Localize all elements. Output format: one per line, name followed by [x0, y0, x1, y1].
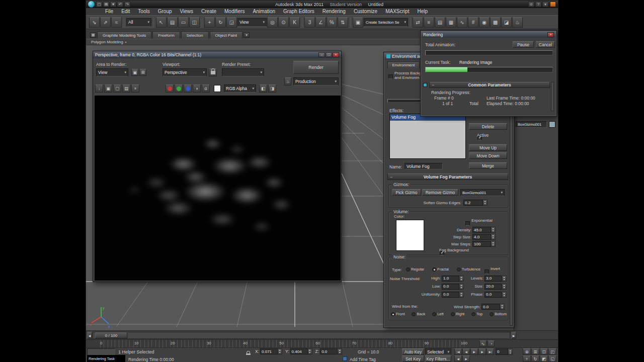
pick-gizmo-button[interactable]: Pick Gizmo: [392, 189, 421, 196]
unlink-selection-icon[interactable]: ⇗: [100, 17, 111, 28]
ribbon-tab[interactable]: Freeform: [152, 31, 180, 39]
slider-left-arrow[interactable]: ◀: [87, 332, 92, 339]
zoom-all-icon[interactable]: ⊞: [531, 348, 539, 355]
menu-item[interactable]: Animation: [249, 8, 279, 15]
help-icon[interactable]: ?: [535, 2, 541, 7]
coordinate-field[interactable]: Y: 0.404: [285, 348, 312, 354]
rendering-dialog-titlebar[interactable]: Rendering ×: [421, 31, 556, 38]
selection-filter-dropdown[interactable]: All: [126, 18, 151, 27]
ribbon-collapse-icon[interactable]: ▾: [244, 32, 250, 38]
select-and-rotate-icon[interactable]: ↻: [215, 17, 226, 28]
noise-field-spinner[interactable]: 0.0: [442, 284, 464, 290]
volume-fog-parameters-rollout[interactable]: Volume Fog Parameters: [387, 173, 508, 180]
use-pivot-point-center-icon[interactable]: ◎: [267, 17, 278, 28]
ribbon-tab[interactable]: Graphite Modeling Tools: [97, 31, 151, 39]
field-of-view-icon[interactable]: ◩: [540, 355, 548, 362]
dropdown-icon[interactable]: ▾: [542, 2, 548, 7]
menu-item[interactable]: Group: [154, 8, 176, 15]
keyboard-shortcut-override-icon[interactable]: K: [289, 17, 300, 28]
object-name-field[interactable]: BoxGizmo001: [516, 121, 547, 128]
align-icon[interactable]: ≡: [424, 17, 434, 28]
gizmo-dropdown[interactable]: BoxGizmo001: [460, 189, 505, 196]
noise-field-spinner[interactable]: 3.0: [485, 276, 507, 282]
zoom-icon[interactable]: ⊕: [523, 348, 531, 355]
soften-gizmo-edges-spinner[interactable]: 0.2: [463, 200, 488, 206]
open-mini-curve-editor-icon[interactable]: ∿: [479, 340, 487, 347]
communication-center-icon[interactable]: [550, 2, 556, 7]
noise-field-spinner[interactable]: 20.0: [485, 284, 507, 290]
rendered-frame-window-icon[interactable]: ◪: [501, 17, 512, 28]
maximize-viewport-icon[interactable]: ◱: [548, 355, 556, 362]
select-by-name-icon[interactable]: ▤: [167, 17, 178, 28]
monochrome-icon[interactable]: ◑: [193, 84, 201, 93]
curve-editor-icon[interactable]: ∿: [457, 17, 467, 28]
snap-toggle-3d-icon[interactable]: 3: [304, 17, 315, 28]
volume-field-spinner[interactable]: 100: [472, 241, 496, 247]
time-configuration-icon[interactable]: ◔: [488, 340, 495, 347]
new-scene-icon[interactable]: ▢: [96, 2, 102, 7]
noise-field-spinner[interactable]: 0.0: [442, 292, 464, 298]
clear-icon[interactable]: ×: [131, 84, 139, 93]
angle-snap-toggle-icon[interactable]: ∠: [315, 17, 326, 28]
remove-gizmo-button[interactable]: Remove Gizmo: [422, 189, 458, 196]
menu-item[interactable]: File: [101, 8, 117, 15]
print-image-icon[interactable]: ▤: [122, 84, 130, 93]
window-crossing-icon[interactable]: ◫: [189, 17, 200, 28]
pan-icon[interactable]: +: [523, 355, 531, 362]
ribbon-tab[interactable]: Selection: [181, 31, 209, 39]
go-to-end-icon[interactable]: ▶|: [487, 348, 494, 355]
minimize-icon[interactable]: –: [318, 52, 325, 57]
previous-key-icon[interactable]: ◀: [454, 355, 462, 362]
time-slider-handle[interactable]: 0 / 100: [95, 332, 127, 338]
add-time-tag[interactable]: Add Time Tag: [350, 357, 376, 362]
save-image-icon[interactable]: ↓: [95, 84, 103, 93]
go-to-start-icon[interactable]: |◀: [454, 348, 462, 355]
rfw-titlebar[interactable]: Perspective, frame 0, RGBA Color 16 Bits…: [93, 51, 341, 58]
render-button[interactable]: Render: [293, 61, 339, 74]
edit-region-icon[interactable]: ▣: [131, 69, 138, 76]
move-down-button[interactable]: Move Down: [469, 152, 507, 159]
object-color-swatch[interactable]: [549, 121, 555, 128]
select-and-manipulate-icon[interactable]: ⊙: [278, 17, 289, 28]
process-environment-checkbox[interactable]: [388, 74, 393, 79]
wind-direction-radio[interactable]: Top: [471, 312, 482, 316]
select-object-icon[interactable]: ↖: [156, 17, 167, 28]
image-layers-icon[interactable]: ◧: [259, 84, 267, 93]
graphite-ribbon-toggle-icon[interactable]: ▦: [446, 17, 456, 28]
close-icon[interactable]: ×: [547, 32, 554, 37]
material-editor-icon[interactable]: ◉: [479, 17, 490, 28]
compare-media-icon[interactable]: ◨: [268, 84, 276, 93]
layer-manager-icon[interactable]: ▤: [435, 17, 445, 28]
search-icon[interactable]: ⊙: [528, 2, 534, 7]
effect-name-field[interactable]: Volume Fog: [405, 163, 443, 169]
key-mode-dropdown[interactable]: Selected: [425, 348, 451, 355]
copy-image-icon[interactable]: ▣: [104, 84, 112, 93]
play-icon[interactable]: ▶: [470, 348, 478, 355]
volume-field-spinner[interactable]: 4.0: [472, 234, 496, 240]
common-parameters-rollout[interactable]: Common Parameters: [429, 82, 550, 88]
menu-item[interactable]: Create: [197, 8, 220, 15]
schematic-view-icon[interactable]: #: [468, 17, 478, 28]
bind-to-space-warp-icon[interactable]: ≈: [111, 17, 122, 28]
select-and-scale-icon[interactable]: ◲: [226, 17, 237, 28]
menu-item[interactable]: Views: [176, 8, 198, 15]
menu-item[interactable]: Modifiers: [220, 8, 249, 15]
menu-item[interactable]: Customize: [350, 8, 381, 15]
next-frame-icon[interactable]: ▶: [478, 348, 486, 355]
orbit-icon[interactable]: ↻: [531, 355, 539, 362]
open-file-icon[interactable]: ▤: [103, 2, 109, 7]
wind-direction-radio[interactable]: Front: [391, 312, 405, 316]
wind-strength-spinner[interactable]: 0.0: [481, 304, 505, 310]
wind-direction-radio[interactable]: Back: [412, 312, 425, 316]
menu-item[interactable]: Help: [413, 8, 432, 15]
merge-button[interactable]: Merge: [469, 162, 507, 169]
menu-item[interactable]: Graph Editors: [279, 8, 318, 15]
named-selection-sets-field[interactable]: Create Selection Se: [364, 18, 408, 27]
edit-named-selection-sets-icon[interactable]: ▣: [353, 17, 363, 28]
reference-coordinate-dropdown[interactable]: View: [237, 18, 267, 27]
previous-frame-icon[interactable]: ◀: [462, 348, 470, 355]
rollup-icon[interactable]: [423, 83, 427, 87]
select-and-move-icon[interactable]: +: [204, 17, 215, 28]
set-key-button[interactable]: Set Key: [402, 355, 424, 362]
3dsmax-logo-icon[interactable]: [88, 1, 95, 8]
